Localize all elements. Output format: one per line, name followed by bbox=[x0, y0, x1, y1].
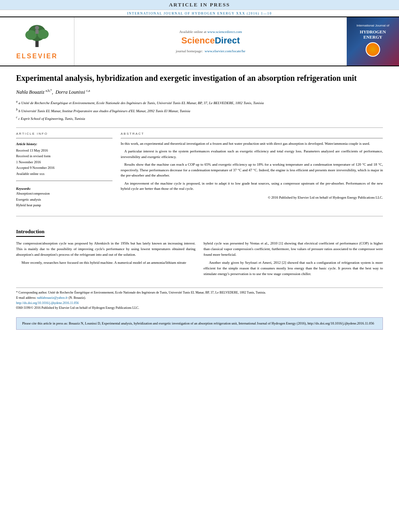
article-info-heading: ARTICLE INFO bbox=[16, 132, 113, 136]
journal-homepage: journal homepage: www.elsevier.com/locat… bbox=[176, 49, 245, 53]
abstract-divider bbox=[121, 138, 383, 139]
center-header: Available online at www.sciencedirect.co… bbox=[74, 17, 347, 66]
history-item-4: Available online xxx bbox=[16, 171, 113, 177]
intro-left-p0: The compression/absorption cycle was pro… bbox=[16, 241, 195, 258]
svg-point-5 bbox=[35, 26, 39, 30]
intro-right-p1: Another study given by Seyfouri et Ameri… bbox=[204, 260, 383, 277]
keywords-section: Keywords: Absorption/compression Exerget… bbox=[16, 186, 113, 208]
affil-c: c c Esprit School of Engineering, Tunis,… bbox=[16, 115, 383, 122]
abstract-p3: An improvement of the machine cycle is p… bbox=[121, 181, 383, 192]
abstract-heading: ABSTRACT bbox=[121, 132, 383, 136]
article-in-press-banner: ARTICLE IN PRESS bbox=[0, 0, 399, 10]
history-item-2: 1 November 2016 bbox=[16, 159, 113, 165]
introduction-right: hybrid cycle was presented by Ventas et … bbox=[204, 241, 383, 279]
available-online-text: Available online at www.sciencedirect.co… bbox=[179, 30, 242, 34]
article-history: Article history: Received 13 May 2016 Re… bbox=[16, 141, 113, 177]
affiliations: a a Unité de Recherche Énergétique et En… bbox=[16, 99, 383, 122]
keyword-1: Exergetic analysis bbox=[16, 197, 113, 202]
hydrogen-label: International Journal of bbox=[356, 24, 389, 28]
introduction-cols: The compression/absorption cycle was pro… bbox=[16, 241, 383, 279]
article-info-divider bbox=[16, 138, 113, 139]
abstract-text: In this work, an experimental and theore… bbox=[121, 141, 383, 200]
issn-note: 0360-3199/© 2016 Published by Elsevier L… bbox=[16, 306, 383, 311]
hydrogen-title: HYDROGENENERGY bbox=[360, 29, 386, 40]
footnotes: * Corresponding author. Unité de Recherc… bbox=[16, 288, 383, 311]
svg-rect-6 bbox=[35, 30, 39, 34]
info-abstract-cols: ARTICLE INFO Article history: Received 1… bbox=[16, 132, 383, 208]
email-link[interactable]: nahlabouaziz@yahoo.fr bbox=[37, 296, 68, 300]
keyword-0: Absorption/compression bbox=[16, 191, 113, 196]
sciencedirect-brand: ScienceDirect bbox=[181, 35, 240, 46]
top-header: ELSEVIER Available online at www.science… bbox=[0, 17, 399, 66]
introduction-title: Introduction bbox=[16, 228, 45, 237]
main-divider bbox=[16, 127, 383, 128]
article-info-col: ARTICLE INFO Article history: Received 1… bbox=[16, 132, 113, 208]
doi-note: http://dx.doi.org/10.1016/j.ijhydene.201… bbox=[16, 301, 383, 306]
svg-point-4 bbox=[37, 29, 49, 39]
intro-right-text: hybrid cycle was presented by Ventas et … bbox=[204, 241, 383, 277]
history-item-0: Received 13 May 2016 bbox=[16, 148, 113, 153]
introduction-section: Introduction The compression/absorption … bbox=[16, 228, 383, 279]
intro-left-p1: More recently, researches have focused o… bbox=[16, 260, 195, 266]
keyword-2: Hybrid heat pump bbox=[16, 202, 113, 208]
corresponding-author-note: * Corresponding author. Unité de Recherc… bbox=[16, 290, 383, 296]
hydrogen-circle-icon bbox=[366, 42, 380, 57]
affil-b: b b Université Tunis EL Manar, Institut … bbox=[16, 107, 383, 114]
sciencedirect-link[interactable]: www.sciencedirect.com bbox=[208, 30, 242, 34]
article-title: Experimental analysis, hybridization and… bbox=[16, 73, 383, 83]
keywords-label: Keywords: bbox=[16, 187, 31, 191]
history-item-1: Received in revised form bbox=[16, 153, 113, 159]
journal-bar: INTERNATIONAL JOURNAL OF HYDROGEN ENERGY… bbox=[0, 10, 399, 17]
email-note: E-mail address: nahlabouaziz@yahoo.fr (N… bbox=[16, 296, 383, 301]
abstract-copyright: © 2016 Published by Elsevier Ltd on beha… bbox=[121, 195, 383, 200]
citation-bar: Please cite this article in press as: Bo… bbox=[16, 317, 383, 330]
journal-homepage-link[interactable]: www.elsevier.com/locate/he bbox=[205, 49, 245, 53]
abstract-p0: In this work, an experimental and theore… bbox=[121, 141, 383, 147]
abstract-col: ABSTRACT In this work, an experimental a… bbox=[121, 132, 383, 208]
doi-link[interactable]: http://dx.doi.org/10.1016/j.ijhydene.201… bbox=[16, 301, 79, 305]
history-item-3: Accepted 9 November 2016 bbox=[16, 165, 113, 170]
hydrogen-logo-box: International Journal of HYDROGENENERGY bbox=[347, 17, 399, 66]
abstract-p2: Results show that the machine can reach … bbox=[121, 162, 383, 179]
section-divider bbox=[16, 216, 383, 216]
elsevier-logo-box: ELSEVIER bbox=[0, 17, 74, 66]
history-label: Article history: bbox=[16, 141, 113, 147]
introduction-left: The compression/absorption cycle was pro… bbox=[16, 241, 195, 279]
elsevier-brand: ELSEVIER bbox=[16, 53, 58, 60]
abstract-p1: A particular interest is given to the sy… bbox=[121, 149, 383, 160]
intro-right-p0: hybrid cycle was presented by Ventas et … bbox=[204, 241, 383, 258]
main-content: Experimental analysis, hybridization and… bbox=[0, 66, 399, 336]
elsevier-tree-icon bbox=[21, 23, 53, 51]
keywords-list: Absorption/compression Exergetic analysi… bbox=[16, 191, 113, 208]
intro-left-text: The compression/absorption cycle was pro… bbox=[16, 241, 195, 266]
svg-point-3 bbox=[25, 30, 37, 40]
affil-a: a a Unité de Recherche Énergétique et En… bbox=[16, 99, 383, 106]
authors-line: Nahla Bouaziz a,b,*, Dorra Lounissi c,a bbox=[16, 89, 383, 95]
keywords-divider bbox=[16, 181, 113, 181]
